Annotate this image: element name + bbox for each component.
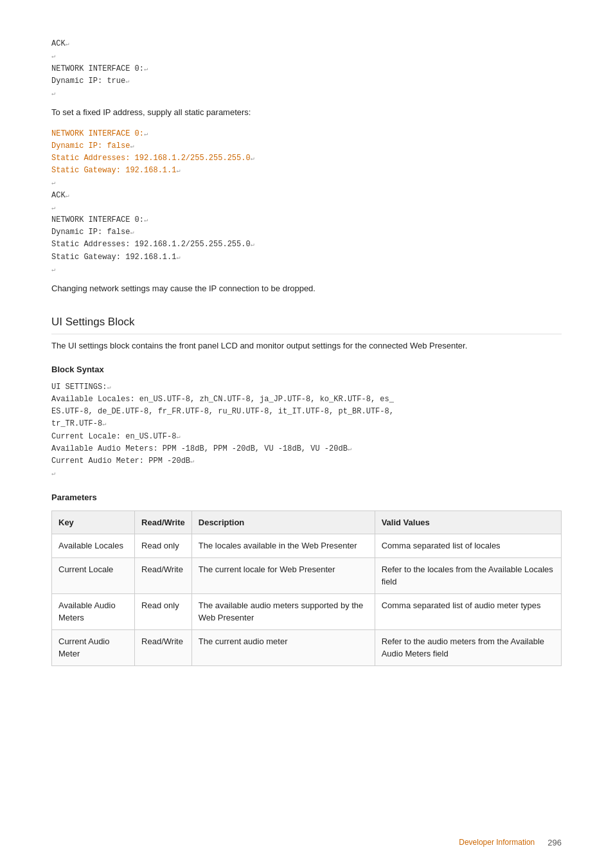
parameters-table: Key Read/Write Description Valid Values … (51, 511, 562, 666)
block-syntax-label: Block Syntax (51, 363, 562, 376)
cell-valid-values: Refer to the audio meters from the Avail… (375, 629, 561, 665)
section-title: UI Settings Block (51, 314, 562, 334)
table-row: Available Audio MetersRead onlyThe avail… (52, 593, 562, 629)
footer-page-number: 296 (547, 836, 562, 849)
parameters-label: Parameters (51, 491, 562, 504)
table-row: Available LocalesRead onlyThe locales av… (52, 534, 562, 558)
cell-description: The current audio meter (191, 629, 375, 665)
cell-key: Current Locale (52, 557, 135, 593)
footer-dev-info: Developer Information (459, 836, 535, 848)
cell-description: The available audio meters supported by … (191, 593, 375, 629)
page-footer: Developer Information 296 (0, 836, 613, 849)
cell-readwrite: Read only (135, 534, 192, 558)
code-block-2: NETWORK INTERFACE 0:↵ Dynamic IP: false↵… (51, 128, 562, 276)
cell-valid-values: Refer to the locales from the Available … (375, 557, 561, 593)
cell-valid-values: Comma separated list of audio meter type… (375, 593, 561, 629)
paragraph-2: Changing network settings may cause the … (51, 282, 562, 295)
paragraph-1: To set a fixed IP address, supply all st… (51, 106, 562, 119)
cell-description: The current locale for Web Presenter (191, 557, 375, 593)
code-block-3: UI SETTINGS:↵ Available Locales: en_US.U… (51, 381, 562, 480)
code-block-1: ACK↵ ↵ NETWORK INTERFACE 0:↵ Dynamic IP:… (51, 26, 562, 100)
col-header-valid-values: Valid Values (375, 511, 561, 534)
col-header-key: Key (52, 511, 135, 534)
cell-readwrite: Read/Write (135, 629, 192, 665)
cell-key: Current Audio Meter (52, 629, 135, 665)
cell-key: Available Locales (52, 534, 135, 558)
col-header-description: Description (191, 511, 375, 534)
section-paragraph: The UI settings block contains the front… (51, 339, 562, 352)
col-header-readwrite: Read/Write (135, 511, 192, 534)
cell-description: The locales available in the Web Present… (191, 534, 375, 558)
cell-valid-values: Comma separated list of locales (375, 534, 561, 558)
cell-readwrite: Read/Write (135, 557, 192, 593)
cell-readwrite: Read only (135, 593, 192, 629)
table-row: Current Audio MeterRead/WriteThe current… (52, 629, 562, 665)
cell-key: Available Audio Meters (52, 593, 135, 629)
table-row: Current LocaleRead/WriteThe current loca… (52, 557, 562, 593)
